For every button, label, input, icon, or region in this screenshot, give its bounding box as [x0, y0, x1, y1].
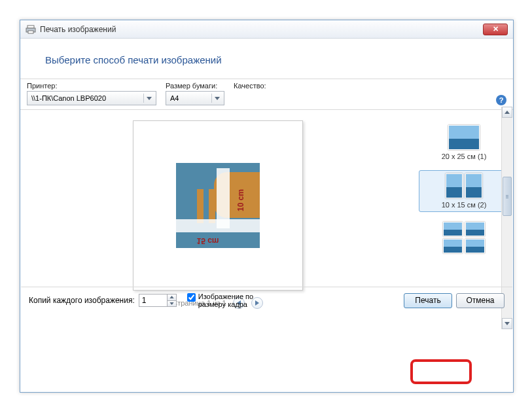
chevron-down-icon	[211, 94, 222, 103]
printer-combo[interactable]: \\1-ПК\Canon LBP6020	[27, 91, 156, 105]
layout-option-2[interactable]: 10 x 15 см (2)	[419, 170, 509, 212]
svg-rect-0	[27, 26, 34, 28]
layout-option-1[interactable]: 20 x 25 см (1)	[419, 122, 509, 164]
fit-frame-checkbox[interactable]	[187, 293, 196, 302]
print-dialog: Печать изображений ✕ Выберите способ печ…	[20, 20, 514, 393]
titlebar: Печать изображений ✕	[20, 20, 513, 39]
fit-frame-checkbox-label[interactable]: Изображение по размеру кадра	[187, 293, 272, 308]
quality-label: Качество:	[234, 82, 266, 90]
close-icon: ✕	[493, 26, 499, 33]
toolbar: Принтер: \\1-ПК\Canon LBP6020 Размер бум…	[20, 79, 513, 110]
preview-paper: 15 cm 10 cm	[133, 120, 303, 291]
copies-spinner[interactable]	[139, 294, 177, 307]
footer: Копий каждого изображения: Изображение п…	[21, 287, 512, 313]
paper-combo[interactable]: A4	[166, 91, 224, 105]
window-title: Печать изображений	[40, 25, 116, 34]
layout-option-3[interactable]	[419, 219, 509, 259]
cancel-button[interactable]: Отмена	[456, 293, 505, 308]
scroll-thumb[interactable]	[503, 177, 512, 216]
page-heading: Выберите способ печати изображений	[20, 39, 513, 79]
copies-input[interactable]	[139, 294, 167, 306]
printer-icon	[26, 24, 36, 35]
copies-down-button[interactable]	[168, 301, 176, 307]
svg-rect-2	[28, 31, 33, 33]
scroll-down-button[interactable]	[502, 318, 512, 329]
printer-label: Принтер:	[27, 82, 156, 90]
dim-h-label: 15 cm	[197, 236, 219, 245]
layout-caption: 20 x 25 см (1)	[421, 152, 507, 160]
preview-image: 15 cm 10 cm	[176, 163, 260, 248]
body: 15 cm 10 cm Страница 1 из 1 20 x 25 см (…	[20, 110, 513, 314]
copies-label: Копий каждого изображения:	[29, 296, 135, 305]
fit-frame-text: Изображение по размеру кадра	[198, 293, 272, 308]
chevron-down-icon	[143, 94, 154, 103]
layout-list: 20 x 25 см (1) 10 x 15 см (2)	[415, 110, 513, 314]
print-button[interactable]: Печать	[404, 293, 452, 308]
preview-area: 15 cm 10 cm Страница 1 из 1	[20, 110, 415, 314]
dim-v-label: 10 cm	[236, 189, 245, 211]
printer-value: \\1-ПК\Canon LBP6020	[31, 94, 106, 102]
close-button[interactable]: ✕	[483, 24, 508, 35]
copies-up-button[interactable]	[168, 294, 176, 301]
scroll-up-button[interactable]	[502, 107, 512, 118]
layout-caption: 10 x 15 см (2)	[421, 201, 507, 209]
help-icon[interactable]: ?	[496, 95, 506, 105]
paper-value: A4	[170, 94, 179, 102]
paper-label: Размер бумаги:	[166, 82, 224, 90]
